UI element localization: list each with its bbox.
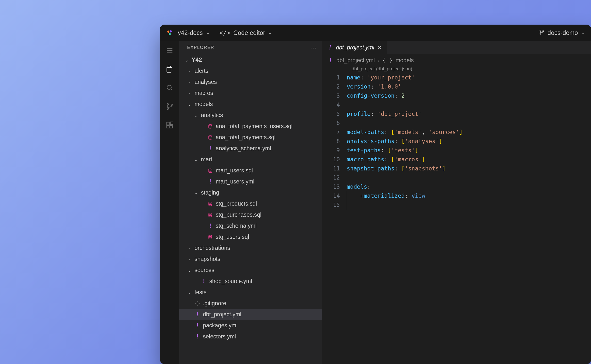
code-line: 10macro-paths: ['macros'] (322, 155, 591, 164)
tree-folder[interactable]: ⌄models (179, 99, 322, 110)
code-content: analysis-paths: ['analyses'] (347, 137, 442, 146)
tree-file[interactable]: ·stg_purchases.sql (179, 209, 322, 220)
search-button[interactable] (165, 83, 174, 92)
explorer-sidebar: EXPLORER ··· ⌄ Y42 ›alerts›analyses›macr… (179, 41, 322, 364)
tree-item-label: analytics (201, 112, 223, 118)
tree-folder[interactable]: ⌄tests (179, 287, 322, 298)
branch-selector[interactable]: docs-demo ⌄ (539, 29, 585, 36)
chevron-down-icon: ⌄ (187, 290, 192, 295)
tree-file[interactable]: ·ana_total_payments_users.sql (179, 121, 322, 132)
tree-file[interactable]: ·!dbt_project.yml (179, 309, 322, 320)
tree-item-label: ana_total_payments_users.sql (216, 123, 293, 129)
explorer-header: EXPLORER ··· (179, 41, 322, 54)
svg-point-10 (167, 85, 171, 89)
chevron-right-icon: › (187, 91, 192, 95)
tree-folder[interactable]: ›alerts (179, 65, 322, 76)
line-number: 14 (322, 191, 347, 200)
tree-file[interactable]: ·stg_users.sql (179, 231, 322, 243)
svg-rect-16 (167, 125, 169, 128)
tree-folder[interactable]: ›snapshots (179, 254, 322, 265)
braces-icon: { } (382, 57, 393, 63)
tree-item-label: selectors.yml (203, 334, 236, 339)
svg-rect-15 (167, 122, 169, 125)
code-content: config-version: 2 (347, 91, 405, 100)
close-tab-button[interactable]: ✕ (377, 45, 382, 51)
line-number: 2 (322, 82, 347, 91)
code-content: models: (347, 182, 371, 191)
code-content: profile: 'dbt_project' (347, 109, 422, 119)
svg-point-5 (543, 30, 544, 31)
mode-selector[interactable]: </> Code editor ⌄ (219, 29, 272, 36)
chevron-down-icon: ⌄ (193, 191, 198, 195)
svg-point-12 (167, 104, 168, 105)
line-number: 4 (322, 100, 347, 109)
code-line: 4 (322, 100, 591, 109)
sql-icon (207, 201, 213, 206)
project-selector[interactable]: y42-docs ⌄ (178, 29, 210, 36)
tree-root[interactable]: ⌄ Y42 (179, 54, 322, 65)
root-label: Y42 (192, 57, 202, 63)
explorer-button[interactable] (165, 64, 174, 74)
tree-file[interactable]: ·stg_products.sql (179, 198, 322, 209)
tree-file[interactable]: ·!analytics_schema.yml (179, 143, 322, 154)
extensions-button[interactable] (165, 121, 174, 130)
more-actions-button[interactable]: ··· (310, 44, 317, 51)
line-number: 9 (322, 146, 347, 155)
line-number: 3 (322, 91, 347, 100)
line-number: 15 (322, 200, 347, 210)
code-line: 12 (322, 173, 591, 182)
code-editor[interactable]: 1name: 'your_project'2version: '1.0.0'3c… (322, 73, 591, 210)
tree-folder[interactable]: ›macros (179, 88, 322, 99)
tree-folder[interactable]: ⌄staging (179, 187, 322, 198)
tree-folder[interactable]: ›analyses (179, 76, 322, 88)
chevron-right-icon: › (187, 246, 192, 250)
sql-icon (207, 212, 213, 217)
tree-item-label: stg_users.sql (216, 234, 249, 240)
tree-file[interactable]: ·ana_total_payments.sql (179, 132, 322, 143)
code-line: 8analysis-paths: ['analyses'] (322, 137, 591, 146)
chevron-down-icon: ⌄ (193, 113, 198, 118)
tree-file[interactable]: ·!shop_source.yml (179, 276, 322, 287)
tree-file[interactable]: ·mart_users.sql (179, 165, 322, 176)
gear-icon (195, 301, 200, 306)
menu-button[interactable] (165, 46, 174, 55)
sql-icon (207, 135, 213, 140)
codelens-hint[interactable]: dbt_project (dbt_project.json) (322, 66, 591, 73)
chevron-down-icon: ⌄ (184, 58, 189, 62)
tree-folder[interactable]: ⌄sources (179, 265, 322, 276)
line-number: 6 (322, 119, 347, 128)
tree-file[interactable]: ·.gitignore (179, 298, 322, 309)
svg-point-25 (197, 303, 198, 304)
svg-line-11 (171, 89, 172, 90)
branch-name: docs-demo (547, 29, 578, 36)
file-tree: ⌄ Y42 ›alerts›analyses›macros⌄models⌄ana… (179, 54, 322, 342)
tree-file[interactable]: ·!packages.yml (179, 320, 322, 331)
line-number: 10 (322, 155, 347, 164)
tree-folder[interactable]: ›orchestrations (179, 243, 322, 254)
breadcrumbs[interactable]: ! dbt_project.yml › { } models (322, 54, 591, 66)
tree-item-label: alerts (195, 68, 208, 74)
svg-point-1 (170, 30, 172, 32)
tree-item-label: stg_products.sql (216, 201, 257, 207)
tree-item-label: dbt_project.yml (203, 312, 241, 317)
breadcrumb-file: dbt_project.yml (336, 57, 375, 64)
code-line: 14 +materialized: view (322, 191, 591, 200)
source-control-button[interactable] (165, 102, 174, 111)
tree-item-label: staging (201, 190, 219, 196)
svg-point-24 (209, 235, 212, 236)
tree-folder[interactable]: ⌄mart (179, 154, 322, 165)
editor-tab[interactable]: ! dbt_project.yml ✕ (322, 41, 387, 54)
tree-folder[interactable]: ⌄analytics (179, 110, 322, 121)
yaml-icon: ! (207, 146, 213, 151)
sql-icon (207, 168, 213, 173)
tree-file[interactable]: ·!mart_users.yml (179, 176, 322, 187)
code-line: 5profile: 'dbt_project' (322, 109, 591, 119)
svg-rect-17 (170, 125, 173, 128)
tree-file[interactable]: ·!stg_schema.yml (179, 220, 322, 231)
title-bar: y42-docs ⌄ </> Code editor ⌄ docs-demo ⌄ (160, 25, 591, 41)
breadcrumb-symbol: models (395, 57, 414, 64)
line-number: 5 (322, 109, 347, 119)
line-number: 1 (322, 73, 347, 82)
tree-file[interactable]: ·!selectors.yml (179, 331, 322, 342)
tab-strip: ! dbt_project.yml ✕ (322, 41, 591, 54)
